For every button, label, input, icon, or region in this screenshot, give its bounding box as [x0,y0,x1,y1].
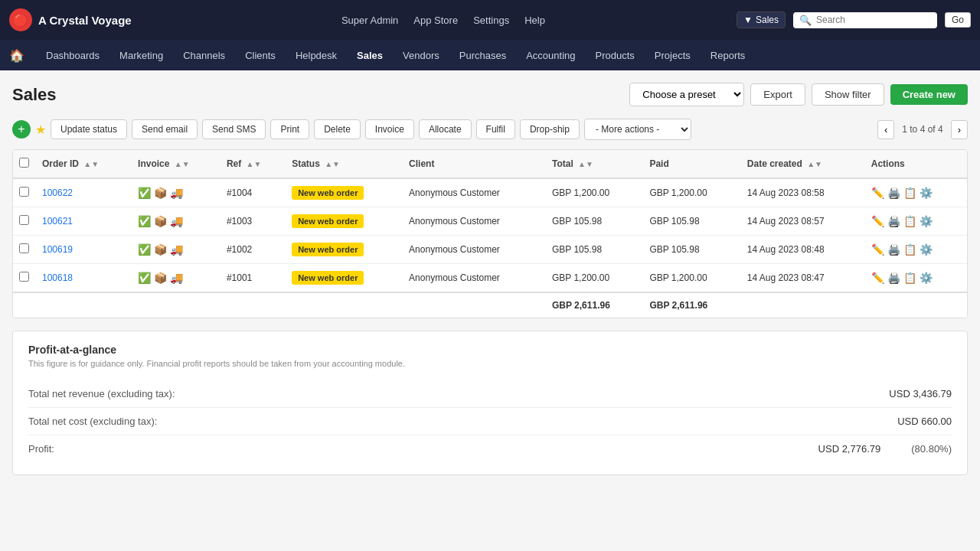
drop-ship-button[interactable]: Drop-ship [520,119,580,139]
profit-profit-row: Profit: USD 2,776.79 (80.80%) [28,435,952,462]
invoice-sort-icon: ▲▼ [175,160,190,168]
edit-icon[interactable]: ✏️ [871,187,884,199]
settings-icon[interactable]: ⚙️ [920,243,933,256]
th-ref[interactable]: Ref ▲▼ [220,150,286,178]
invoice-button[interactable]: Invoice [365,119,414,139]
row-ref: #1003 [220,207,286,236]
create-new-button[interactable]: Create new [890,84,968,105]
order-id-link[interactable]: 100618 [42,272,73,283]
table-row: 100619 ✅ 📦 🚚 #1002 New web order Anonymo… [13,236,967,264]
edit-icon[interactable]: ✏️ [871,243,884,256]
row-actions: ✏️ 🖨️ 📋 ⚙️ [865,236,967,264]
th-order-id[interactable]: Order ID ▲▼ [36,150,132,178]
row-checkbox[interactable] [19,215,29,225]
nav-help[interactable]: Help [524,15,545,26]
nav-sales[interactable]: Sales [348,44,392,67]
totals-actions [741,292,967,318]
profit-profit-label: Profit: [28,443,54,455]
nav-vendors[interactable]: Vendors [394,44,449,67]
search-input[interactable] [816,15,931,25]
row-checkbox-cell [13,207,36,236]
page-header: Sales Choose a preset Export Show filter… [12,83,968,106]
nav-clients[interactable]: Clients [236,44,285,67]
top-nav-links: Super Admin App Store Settings Help [150,15,737,26]
profit-cost-label: Total net cost (excluding tax): [28,416,157,427]
copy-icon[interactable]: 📋 [903,272,916,284]
favorite-star[interactable]: ★ [35,122,46,137]
date-sort-icon: ▲▼ [807,160,822,168]
pagination-next[interactable]: › [951,120,968,139]
th-invoice[interactable]: Invoice ▲▼ [132,150,220,178]
delete-button[interactable]: Delete [314,119,361,139]
page-content: Sales Choose a preset Export Show filter… [0,70,980,487]
row-ref: #1004 [220,178,286,207]
order-id-link[interactable]: 100622 [42,187,73,198]
copy-icon[interactable]: 📋 [903,215,916,227]
home-icon[interactable]: 🏠 [9,48,24,63]
nav-helpdesk[interactable]: Helpdesk [286,44,346,67]
settings-icon[interactable]: ⚙️ [920,187,933,199]
th-date-created[interactable]: Date created ▲▼ [741,150,865,178]
send-sms-button[interactable]: Send SMS [202,119,266,139]
fulfil-button[interactable]: Fulfil [476,119,515,139]
settings-icon[interactable]: ⚙️ [920,272,933,284]
nav-accounting[interactable]: Accounting [517,44,584,67]
check-icon: ✅ [138,215,151,227]
db-selector-label: Sales [756,15,779,25]
nav-purchases[interactable]: Purchases [450,44,515,67]
show-filter-button[interactable]: Show filter [812,83,884,106]
add-row-button[interactable]: + [12,120,31,139]
page-title: Sales [12,85,629,105]
profit-profit-pct: (80.80%) [911,443,952,455]
send-email-button[interactable]: Send email [132,119,198,139]
row-client: Anonymous Customer [403,207,546,236]
copy-icon[interactable]: 📋 [903,187,916,199]
print-icon[interactable]: 🖨️ [887,272,900,284]
update-status-button[interactable]: Update status [51,119,127,139]
nav-products[interactable]: Products [586,44,644,67]
app-logo-icon: 🔴 [9,8,32,31]
table-row: 100622 ✅ 📦 🚚 #1004 New web order Anonymo… [13,178,967,207]
nav-channels[interactable]: Channels [174,44,234,67]
th-status[interactable]: Status ▲▼ [286,150,403,178]
nav-app-store[interactable]: App Store [413,15,458,26]
db-selector[interactable]: ▼ Sales [737,11,786,28]
row-checkbox[interactable] [19,272,29,282]
nav-super-admin[interactable]: Super Admin [341,15,398,26]
row-actions: ✏️ 🖨️ 📋 ⚙️ [865,207,967,236]
go-button[interactable]: Go [945,12,971,28]
print-icon[interactable]: 🖨️ [887,243,900,256]
row-order-id: 100619 [36,236,132,264]
edit-icon[interactable]: ✏️ [871,215,884,227]
row-checkbox[interactable] [19,187,29,197]
order-id-link[interactable]: 100621 [42,216,73,227]
nav-projects[interactable]: Projects [645,44,700,67]
more-actions-select[interactable]: - More actions - [584,119,691,140]
check-icon: ✅ [138,272,151,284]
th-total[interactable]: Total ▲▼ [546,150,643,178]
nav-settings[interactable]: Settings [473,15,509,26]
profit-cost-row: Total net cost (excluding tax): USD 660.… [28,408,952,435]
orders-table: Order ID ▲▼ Invoice ▲▼ Ref ▲▼ Status ▲▼ [13,150,967,318]
preset-select[interactable]: Choose a preset [629,83,744,106]
row-client: Anonymous Customer [403,236,546,264]
edit-icon[interactable]: ✏️ [871,272,884,284]
print-button[interactable]: Print [270,119,309,139]
action-icons: ✏️ 🖨️ 📋 ⚙️ [871,215,961,227]
order-id-link[interactable]: 100619 [42,244,73,255]
pagination-prev[interactable]: ‹ [877,120,894,139]
export-button[interactable]: Export [750,83,805,106]
select-all-checkbox[interactable] [19,158,29,168]
print-icon[interactable]: 🖨️ [887,215,900,227]
nav-dashboards[interactable]: Dashboards [37,44,109,67]
copy-icon[interactable]: 📋 [903,243,916,256]
truck-icon: 🚚 [170,215,183,227]
table-header-row: Order ID ▲▼ Invoice ▲▼ Ref ▲▼ Status ▲▼ [13,150,967,178]
action-icons: ✏️ 🖨️ 📋 ⚙️ [871,272,961,284]
nav-reports[interactable]: Reports [701,44,755,67]
settings-icon[interactable]: ⚙️ [920,215,933,227]
row-checkbox[interactable] [19,243,29,253]
allocate-button[interactable]: Allocate [419,119,472,139]
print-icon[interactable]: 🖨️ [887,187,900,199]
nav-marketing[interactable]: Marketing [110,44,172,67]
